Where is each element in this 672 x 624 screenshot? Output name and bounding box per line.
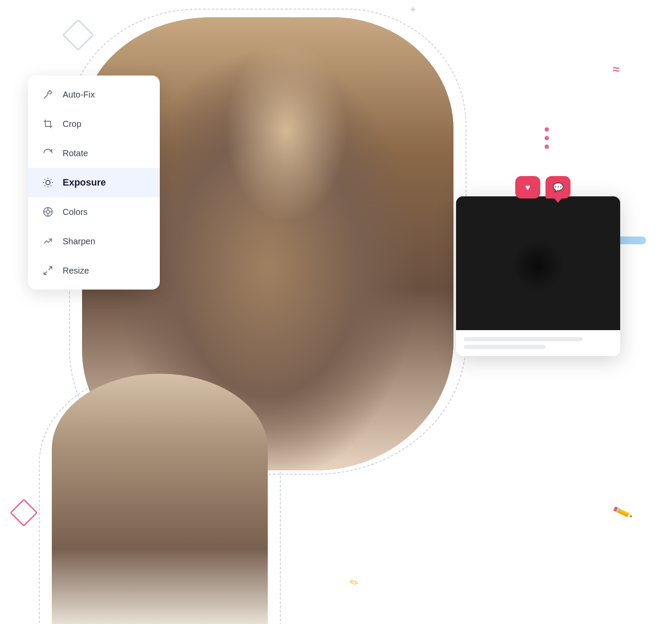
social-card <box>456 196 620 356</box>
menu-item-colors[interactable]: Colors <box>28 197 160 227</box>
chat-notification: 💬 <box>545 176 571 199</box>
sharpen-label: Sharpen <box>63 236 95 246</box>
social-card-image <box>456 196 620 330</box>
svg-line-16 <box>49 267 52 270</box>
rotate-label: Rotate <box>63 148 88 158</box>
menu-item-crop[interactable]: Crop <box>28 109 160 139</box>
sharpen-icon <box>41 234 55 248</box>
svg-point-1 <box>46 180 50 185</box>
svg-point-11 <box>46 210 50 214</box>
menu-item-exposure[interactable]: Exposure <box>28 168 160 197</box>
menu-item-sharpen[interactable]: Sharpen <box>28 227 160 256</box>
deco-star-right: ✦ <box>409 4 417 16</box>
crop-icon <box>41 117 55 131</box>
scene: ≈ ✏️ ✏ ✦ ✦ Auto-Fix <box>0 0 672 624</box>
notification-bubble: ♥ 💬 <box>515 176 571 199</box>
deco-diamond-bottom-left <box>10 498 38 526</box>
bottom-photo <box>52 374 268 624</box>
menu-panel: Auto-Fix Crop Rotate <box>28 76 160 290</box>
notif-tail <box>554 198 562 203</box>
auto-fix-label: Auto-Fix <box>63 90 95 100</box>
svg-line-9 <box>51 179 51 180</box>
deco-pencil-right: ✏️ <box>612 501 634 523</box>
svg-line-8 <box>44 185 45 186</box>
crop-label: Crop <box>63 119 81 129</box>
social-bar-wide <box>464 337 583 341</box>
bottom-photo-container <box>52 374 268 624</box>
menu-item-resize[interactable]: Resize <box>28 256 160 285</box>
exposure-icon <box>41 176 55 189</box>
chat-icon: 💬 <box>553 182 564 192</box>
social-card-footer <box>456 330 620 356</box>
exposure-label: Exposure <box>63 177 106 188</box>
resize-label: Resize <box>63 266 89 276</box>
svg-line-4 <box>44 179 45 180</box>
heart-icon: ♥ <box>525 183 530 192</box>
deco-wavy-top-right: ≈ <box>613 63 618 76</box>
menu-item-auto-fix[interactable]: Auto-Fix <box>28 80 160 109</box>
svg-line-17 <box>44 271 47 274</box>
social-bar-medium <box>464 345 545 349</box>
deco-pencil-bottom: ✏ <box>348 575 360 591</box>
heart-notification: ♥ <box>515 176 540 199</box>
rotate-icon <box>41 146 55 160</box>
resize-icon <box>41 264 55 277</box>
colors-label: Colors <box>63 207 88 217</box>
svg-line-5 <box>51 185 51 186</box>
colors-icon <box>41 205 55 219</box>
menu-item-rotate[interactable]: Rotate <box>28 139 160 168</box>
eye-painting <box>456 196 620 330</box>
wand-icon <box>41 88 55 101</box>
deco-dots-right <box>545 127 549 149</box>
